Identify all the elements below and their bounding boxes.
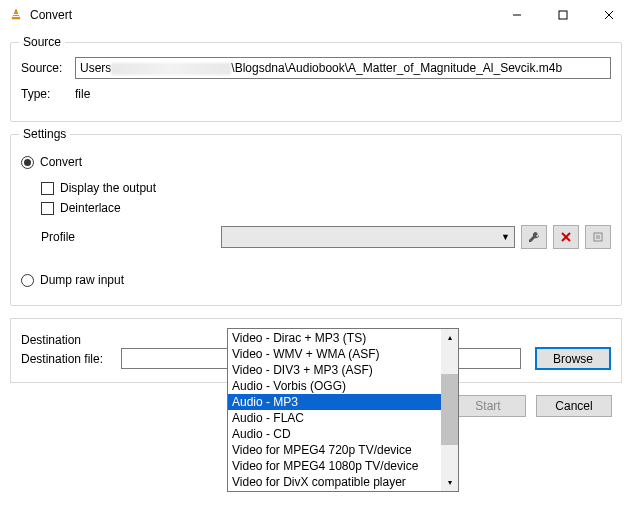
svg-rect-1: [13, 14, 19, 15]
deinterlace-checkbox[interactable]: Deinterlace: [41, 201, 611, 215]
app-icon: [8, 7, 24, 23]
new-profile-button[interactable]: [585, 225, 611, 249]
svg-rect-2: [13, 16, 19, 17]
profile-option[interactable]: Audio - MP3: [228, 394, 441, 410]
new-profile-icon: [592, 231, 604, 243]
profile-option[interactable]: Video for MPEG4 720p TV/device: [228, 442, 441, 458]
cancel-button[interactable]: Cancel: [536, 395, 612, 417]
profile-label: Profile: [41, 230, 221, 244]
svg-rect-9: [594, 233, 602, 241]
profile-option[interactable]: Video for DivX compatible player: [228, 474, 441, 490]
settings-legend: Settings: [19, 127, 70, 141]
browse-button[interactable]: Browse: [535, 347, 611, 370]
window-title: Convert: [30, 8, 494, 22]
wrench-icon: [527, 230, 541, 244]
svg-rect-4: [559, 11, 567, 19]
edit-profile-button[interactable]: [521, 225, 547, 249]
profile-option[interactable]: Audio - CD: [228, 426, 441, 442]
maximize-button[interactable]: [540, 0, 586, 30]
start-button[interactable]: Start: [450, 395, 526, 417]
destination-file-label: Destination file:: [21, 352, 121, 366]
redacted-path: [111, 63, 231, 75]
profile-option[interactable]: Video - DIV3 + MP3 (ASF): [228, 362, 441, 378]
dump-raw-radio-label: Dump raw input: [40, 273, 124, 287]
deinterlace-input[interactable]: [41, 202, 54, 215]
source-legend: Source: [19, 35, 65, 49]
source-input[interactable]: Users\Blogsdna\Audiobook\A_Matter_of_Mag…: [75, 57, 611, 79]
profile-option[interactable]: Audio - FLAC: [228, 410, 441, 426]
settings-group: Settings Convert Display the output Dein…: [10, 134, 622, 306]
close-button[interactable]: [586, 0, 632, 30]
chevron-down-icon: ▼: [501, 232, 510, 242]
dump-raw-radio-input[interactable]: [21, 274, 34, 287]
destination-legend: Destination: [21, 333, 81, 347]
type-label: Type:: [21, 87, 75, 101]
delete-icon: [560, 231, 572, 243]
display-output-input[interactable]: [41, 182, 54, 195]
dropdown-scrollbar[interactable]: ▴ ▾: [441, 329, 458, 491]
titlebar: Convert: [0, 0, 632, 30]
dump-raw-radio[interactable]: Dump raw input: [21, 273, 611, 287]
delete-profile-button[interactable]: [553, 225, 579, 249]
display-output-checkbox[interactable]: Display the output: [41, 181, 611, 195]
deinterlace-label: Deinterlace: [60, 201, 121, 215]
source-prefix: Users: [80, 61, 111, 75]
profile-option[interactable]: Video for MPEG4 1080p TV/device: [228, 458, 441, 474]
convert-radio-input[interactable]: [21, 156, 34, 169]
profile-combobox[interactable]: ▼: [221, 226, 515, 248]
profile-option[interactable]: Video - Dirac + MP3 (TS): [228, 330, 441, 346]
source-suffix: \Blogsdna\Audiobook\A_Matter_of_Magnitud…: [231, 61, 562, 75]
convert-radio[interactable]: Convert: [21, 155, 611, 169]
convert-radio-label: Convert: [40, 155, 82, 169]
scroll-track[interactable]: [441, 346, 458, 474]
scroll-thumb[interactable]: [441, 374, 458, 444]
profile-dropdown[interactable]: Video - Dirac + MP3 (TS)Video - WMV + WM…: [227, 328, 459, 492]
display-output-label: Display the output: [60, 181, 156, 195]
profile-option[interactable]: Audio - Vorbis (OGG): [228, 378, 441, 394]
scroll-up-button[interactable]: ▴: [441, 329, 458, 346]
minimize-button[interactable]: [494, 0, 540, 30]
type-value: file: [75, 87, 90, 101]
source-group: Source Source: Users\Blogsdna\Audiobook\…: [10, 42, 622, 122]
profile-option[interactable]: Video - WMV + WMA (ASF): [228, 346, 441, 362]
source-label: Source:: [21, 61, 75, 75]
scroll-down-button[interactable]: ▾: [441, 474, 458, 491]
